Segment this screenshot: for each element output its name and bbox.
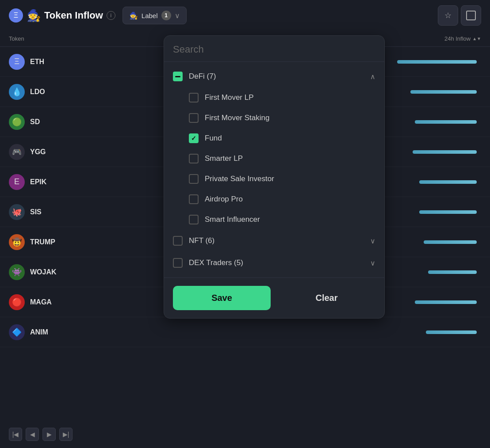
item-checkbox[interactable]	[189, 113, 199, 123]
partial-checkbox[interactable]	[173, 72, 183, 81]
item-label: First Mover Staking	[205, 114, 375, 122]
item-label: Smart Influencer	[205, 215, 375, 224]
info-icon[interactable]: i	[107, 11, 115, 20]
wizard-emoji: 🧙	[27, 9, 41, 23]
chevron-down-icon: ∨	[370, 237, 375, 245]
category-label: DEX Traders (5)	[189, 258, 364, 267]
token-icon: 🤠	[9, 234, 25, 250]
token-name: WOJAK	[30, 268, 83, 276]
token-icon: Ξ	[9, 54, 25, 70]
category-checkbox[interactable]	[173, 236, 183, 246]
chevron-up-icon: ∧	[370, 72, 375, 81]
sub-item-row[interactable]: ✓ Fund	[164, 128, 384, 148]
label-dropdown-overlay: DeFi (7) ∧ First Mover LP First Mover St…	[164, 35, 385, 319]
token-icon: 🟢	[9, 114, 25, 130]
item-checkbox[interactable]: ✓	[189, 133, 199, 143]
category-row-nft[interactable]: NFT (6) ∨	[164, 230, 384, 252]
item-label: Private Sale Investor	[205, 175, 375, 183]
token-name: SD	[30, 118, 83, 126]
bar-container	[83, 330, 481, 334]
sub-item-row[interactable]: Private Sale Investor	[164, 169, 384, 189]
header-action-buttons: ☆	[438, 5, 481, 26]
search-input[interactable]	[173, 44, 375, 55]
category-label: NFT (6)	[189, 236, 364, 245]
action-buttons: Save Clear	[164, 277, 384, 318]
item-checkbox[interactable]	[189, 194, 199, 204]
inflow-bar	[419, 210, 477, 214]
label-emoji: 🧙	[129, 11, 138, 20]
search-area	[164, 36, 384, 62]
sub-item-row[interactable]: First Mover LP	[164, 87, 384, 108]
next-page-button[interactable]: ▶	[42, 428, 56, 441]
prev-page-button[interactable]: ◀	[26, 428, 39, 441]
item-label: Smarter LP	[205, 154, 375, 163]
inflow-bar	[413, 150, 477, 154]
item-checkbox[interactable]	[189, 174, 199, 184]
next-page-icon: ▶	[47, 431, 52, 438]
col-token-header: Token	[9, 35, 97, 42]
last-page-button[interactable]: ▶|	[59, 428, 73, 441]
favorite-button[interactable]: ☆	[438, 5, 458, 26]
sub-item-row[interactable]: Smart Influencer	[164, 209, 384, 230]
ethereum-icon: Ξ	[9, 8, 23, 23]
header: Ξ 🧙 Token Inflow i 🧙 Label 1 ∨ ☆	[0, 0, 490, 31]
first-page-button[interactable]: |◀	[9, 428, 22, 441]
app-container: Ξ 🧙 Token Inflow i 🧙 Label 1 ∨ ☆	[0, 0, 490, 448]
sub-item-row[interactable]: Airdrop Pro	[164, 189, 384, 209]
item-label: First Mover LP	[205, 93, 375, 102]
token-name: ANIM	[30, 328, 83, 336]
inflow-bar	[419, 180, 477, 184]
token-name: TRUMP	[30, 238, 83, 246]
item-label: Fund	[205, 134, 375, 143]
category-checkbox[interactable]	[173, 258, 183, 268]
last-page-icon: ▶|	[63, 431, 69, 438]
inflow-bar	[426, 330, 477, 334]
token-icon: 💧	[9, 84, 25, 100]
category-label: DeFi (7)	[189, 72, 364, 81]
chevron-down-icon: ∨	[370, 259, 375, 267]
token-icon: Ε	[9, 174, 25, 190]
inflow-bar	[424, 240, 477, 244]
item-checkbox[interactable]	[189, 93, 199, 103]
clear-button[interactable]: Clear	[278, 286, 375, 310]
prev-page-icon: ◀	[30, 431, 35, 438]
item-checkbox[interactable]	[189, 154, 199, 163]
label-text: Label	[142, 12, 158, 19]
item-label: Airdrop Pro	[205, 195, 375, 204]
token-name: ETH	[30, 58, 83, 66]
label-count-badge: 1	[161, 11, 171, 20]
inflow-bar	[415, 120, 477, 124]
expand-button[interactable]	[461, 5, 481, 26]
label-dropdown-button[interactable]: 🧙 Label 1 ∨	[122, 7, 187, 24]
token-icon: 🔴	[9, 294, 25, 310]
category-row-dex traders[interactable]: DEX Traders (5) ∨	[164, 252, 384, 274]
token-name: MAGA	[30, 298, 83, 306]
category-row-defi[interactable]: DeFi (7) ∧	[164, 65, 384, 87]
dropdown-list: DeFi (7) ∧ First Mover LP First Mover St…	[164, 62, 384, 277]
sub-item-row[interactable]: Smarter LP	[164, 148, 384, 169]
star-icon: ☆	[444, 11, 452, 20]
token-icon: 🎮	[9, 144, 25, 160]
sub-item-row[interactable]: First Mover Staking	[164, 108, 384, 128]
token-icon: 🔷	[9, 324, 25, 340]
token-name: YGG	[30, 148, 83, 156]
sort-icon: ▲▼	[472, 36, 481, 41]
item-checkbox[interactable]	[189, 215, 199, 224]
inflow-bar	[428, 270, 477, 274]
save-button[interactable]: Save	[173, 286, 271, 310]
page-title: Token Inflow	[44, 10, 103, 21]
token-name: SIS	[30, 208, 83, 216]
inflow-bar	[415, 300, 477, 304]
inflow-bar	[410, 90, 477, 94]
table-row: 🔷 ANIM	[0, 317, 490, 347]
inflow-bar	[397, 60, 477, 64]
token-icon: 🐙	[9, 204, 25, 220]
expand-icon	[466, 11, 476, 20]
token-name: LDO	[30, 88, 83, 96]
header-title-area: Ξ 🧙 Token Inflow i 🧙 Label 1 ∨	[9, 7, 433, 24]
pagination: |◀ ◀ ▶ ▶|	[0, 421, 81, 448]
token-icon: 👾	[9, 264, 25, 280]
token-name: EPIK	[30, 178, 83, 186]
first-page-icon: |◀	[12, 431, 19, 438]
chevron-down-icon: ∨	[175, 11, 180, 20]
